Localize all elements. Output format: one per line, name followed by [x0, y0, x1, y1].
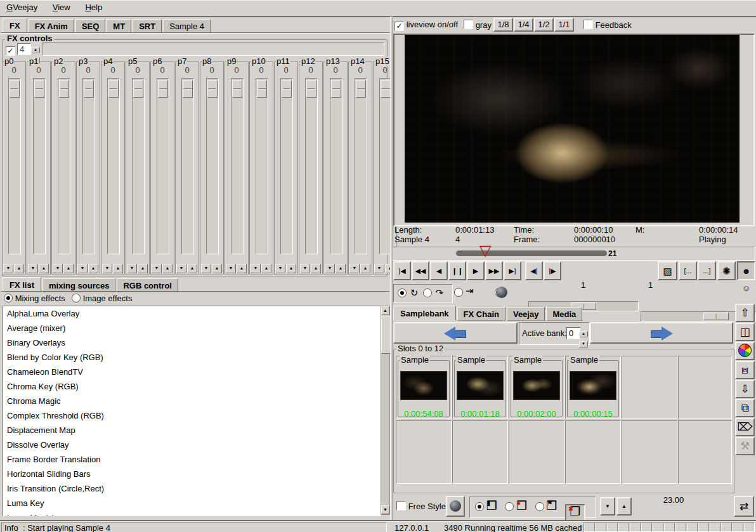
sample-thumbnail[interactable]	[513, 371, 560, 400]
param-increment-button[interactable]: ▲	[360, 264, 370, 273]
liveview-checkbox[interactable]: ✓ liveview on/off	[394, 20, 458, 31]
tab-fx-anim[interactable]: FX Anim	[29, 19, 74, 33]
param-slider[interactable]	[280, 78, 293, 254]
menu-view[interactable]: View	[46, 0, 77, 14]
speed-slider-2-handle[interactable]: ❘	[703, 313, 729, 320]
fx-effect-list[interactable]: AlphaLuma OverlayAverage (mixer)Binary O…	[3, 306, 381, 516]
empty-slot[interactable]	[396, 420, 452, 484]
param-slider-handle[interactable]	[183, 80, 193, 98]
param-increment-button[interactable]: ▲	[237, 264, 247, 273]
fx-toggle-button[interactable]: ✺	[717, 261, 736, 280]
tab-samplebank[interactable]: Samplebank	[393, 306, 456, 321]
param-slider[interactable]	[181, 78, 194, 254]
transport-button[interactable]: |◀	[393, 261, 411, 280]
scroll-down-icon[interactable]: ▼	[381, 505, 389, 514]
size-1-2-button[interactable]: 1/2	[534, 18, 554, 32]
param-decrement-button[interactable]: ▼	[226, 264, 236, 273]
fx-list-scrollbar[interactable]: ▲ ▼	[381, 306, 390, 515]
scroll-up-icon[interactable]: ▲	[381, 306, 389, 315]
param-decrement-button[interactable]: ▼	[28, 264, 38, 273]
param-slider-handle[interactable]	[356, 80, 366, 98]
sample-slot-3[interactable]: Sample 0:00:00:15	[565, 356, 621, 419]
param-increment-button[interactable]: ▲	[88, 264, 98, 273]
param-slider-handle[interactable]	[84, 80, 94, 98]
freestyle-checkbox[interactable]: Free Style	[396, 501, 446, 511]
empty-slot[interactable]	[622, 420, 677, 484]
tab-mixing-sources[interactable]: mixing sources	[42, 278, 115, 292]
param-decrement-button[interactable]: ▼	[300, 264, 310, 273]
empty-slot[interactable]	[678, 420, 732, 484]
sample-save-button[interactable]: ⧈	[735, 361, 755, 379]
empty-slot[interactable]	[622, 356, 677, 419]
fx-effect-item[interactable]: Dissolve Overlay	[3, 438, 381, 452]
param-slider-handle[interactable]	[381, 80, 391, 98]
param-decrement-button[interactable]: ▼	[201, 264, 211, 273]
size-1-4-button[interactable]: 1/4	[514, 18, 533, 32]
param-increment-button[interactable]: ▲	[39, 264, 49, 273]
param-slider[interactable]	[132, 78, 145, 254]
empty-slot[interactable]	[678, 356, 732, 419]
param-increment-button[interactable]: ▲	[187, 264, 197, 273]
tab-seq[interactable]: SEQ	[75, 19, 105, 33]
param-slider[interactable]	[256, 78, 268, 254]
active-bank-spinbox[interactable]: 0	[566, 327, 580, 339]
capture-button[interactable]: ◫	[735, 323, 755, 341]
fx-effect-item[interactable]: Complex Threshold (RGB)	[3, 408, 381, 423]
fx-effect-item[interactable]: Chroma Magic	[3, 394, 381, 408]
param-increment-button[interactable]: ▲	[162, 264, 173, 273]
param-decrement-button[interactable]: ▼	[251, 264, 261, 273]
freestyle-globe-button[interactable]	[446, 496, 465, 517]
param-slider-handle[interactable]	[207, 80, 218, 98]
size-1-1-button[interactable]: 1/1	[554, 18, 574, 32]
param-decrement-button[interactable]: ▼	[3, 264, 13, 273]
tab-fx[interactable]: FX	[3, 18, 27, 33]
spin-up-icon[interactable]: ▲	[31, 47, 40, 53]
param-slider-handle[interactable]	[10, 80, 20, 98]
param-slider-handle[interactable]	[133, 80, 143, 98]
param-slider[interactable]	[330, 78, 342, 254]
sample-slot-1[interactable]: Sample 0:00:01:18	[452, 356, 508, 419]
sample-new-button[interactable]: ⇧	[735, 304, 755, 322]
param-slider[interactable]	[231, 78, 244, 254]
tab-sample4[interactable]: Sample 4	[163, 19, 211, 33]
filter-mixing-radio[interactable]: Mixing effects	[4, 294, 65, 303]
fx-effect-item[interactable]: Chameleon BlendTV	[3, 365, 381, 379]
sample-thumbnail[interactable]	[400, 371, 447, 400]
size-1-8-button[interactable]: 1/8	[493, 18, 513, 32]
timeline-bar[interactable]	[456, 250, 607, 256]
mode-clear-button[interactable]: ❒✖	[565, 504, 585, 521]
param-decrement-button[interactable]: ▼	[53, 264, 63, 273]
sample-load-button[interactable]: ⇩	[735, 380, 755, 398]
sample-tools-button[interactable]: ⚒	[735, 437, 755, 455]
frame-step-button[interactable]: |▶	[544, 261, 561, 280]
fx-effect-item[interactable]: Binary Overlays	[3, 335, 381, 350]
param-decrement-button[interactable]: ▼	[152, 264, 162, 273]
refresh-button[interactable]: ⇄	[734, 496, 754, 517]
param-decrement-button[interactable]: ▼	[275, 264, 285, 273]
bank-prev-button[interactable]	[393, 322, 518, 344]
scrollbar-thumb[interactable]	[381, 316, 391, 354]
empty-slot[interactable]	[509, 420, 564, 484]
param-slider-handle[interactable]	[232, 80, 242, 98]
fx-effect-item[interactable]: Displacement Map	[3, 423, 381, 438]
fx-effect-item[interactable]: Blend by Color Key (RGB)	[3, 350, 381, 365]
colors-button[interactable]	[735, 342, 755, 360]
fx-value-entry[interactable]	[42, 42, 384, 56]
param-slider-handle[interactable]	[331, 80, 341, 98]
spin-down-icon[interactable]: ▼	[579, 341, 588, 347]
filter-image-radio[interactable]: Image effects	[72, 294, 132, 303]
param-increment-button[interactable]: ▲	[138, 264, 148, 273]
mark-in-button[interactable]: [...	[679, 261, 697, 280]
transport-button[interactable]: ▶	[467, 261, 485, 280]
param-slider[interactable]	[157, 78, 169, 254]
mark-out-button[interactable]: ...]	[698, 261, 716, 280]
masks-button[interactable]: ☻☺	[737, 261, 755, 280]
snapshot-button[interactable]: ▨	[658, 261, 677, 280]
speed-down-button[interactable]: ▼	[600, 497, 615, 516]
fx-param-spinbox[interactable]: 4	[17, 43, 31, 55]
tab-rgb-control[interactable]: RGB control	[117, 278, 178, 292]
param-decrement-button[interactable]: ▼	[102, 264, 112, 273]
sample-slot-2[interactable]: Sample 0:00:02:00	[509, 356, 564, 419]
menu-gveejay[interactable]: GVeejay	[0, 0, 44, 14]
transport-button[interactable]: ◀	[430, 261, 448, 280]
